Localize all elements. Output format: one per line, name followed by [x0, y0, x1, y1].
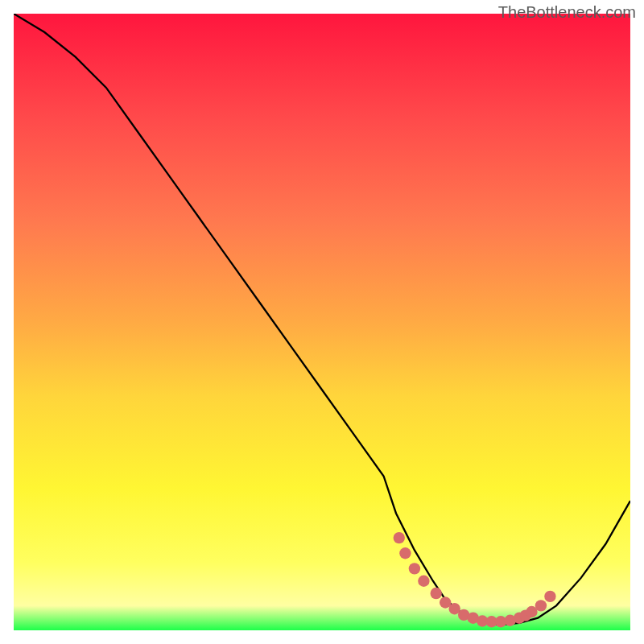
plot-area — [14, 14, 630, 630]
optimal-dots — [394, 532, 556, 628]
optimal-dot — [394, 532, 405, 543]
watermark-text: TheBottleneck.com — [498, 3, 636, 22]
optimal-dot — [535, 600, 547, 611]
optimal-dot — [544, 591, 555, 602]
optimal-dot — [431, 588, 442, 599]
optimal-dot — [409, 563, 420, 574]
optimal-dot — [418, 576, 429, 587]
optimal-dot — [399, 547, 411, 559]
dots-layer — [14, 14, 630, 630]
